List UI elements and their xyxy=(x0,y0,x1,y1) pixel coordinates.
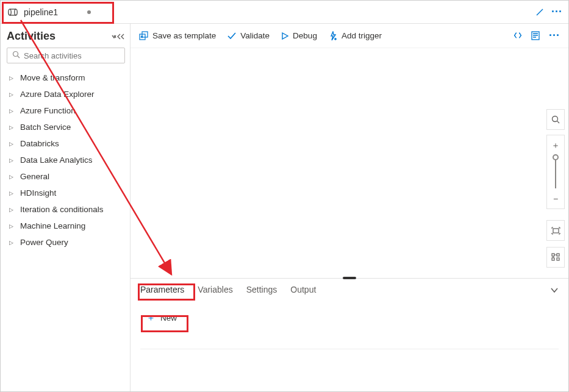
save-template-button[interactable]: Save as template xyxy=(139,31,216,41)
layout-icon[interactable] xyxy=(546,247,565,268)
activity-category[interactable]: ▷General xyxy=(7,168,125,185)
chevron-right-icon: ▷ xyxy=(9,124,15,130)
toolbar-more-icon[interactable]: ··· xyxy=(549,29,560,42)
zoom-in-button[interactable]: ＋ xyxy=(546,135,565,155)
activity-label: Move & transform xyxy=(20,73,85,82)
add-trigger-button[interactable]: Add trigger xyxy=(328,31,382,41)
zoom-out-button[interactable]: − xyxy=(546,188,565,209)
fit-to-screen-icon[interactable] xyxy=(546,220,565,241)
pipeline-icon xyxy=(8,8,19,16)
chevron-right-icon: ▷ xyxy=(9,91,15,98)
tab-variables[interactable]: Variables xyxy=(198,285,232,294)
sidebar-title: Activities xyxy=(7,30,55,43)
activity-label: Azure Function xyxy=(20,106,76,115)
chevron-right-icon: ▷ xyxy=(9,157,15,163)
design-canvas[interactable]: ＋ − xyxy=(131,48,568,278)
debug-button[interactable]: Debug xyxy=(281,31,317,40)
activity-category[interactable]: ▷Azure Data Explorer xyxy=(7,86,125,102)
new-parameter-button[interactable]: ＋ New xyxy=(140,309,185,327)
activities-sidebar: Activities ▷Move & transform▷Azure Data … xyxy=(1,24,131,391)
activity-category[interactable]: ▷Data Lake Analytics xyxy=(7,152,125,168)
properties-icon[interactable] xyxy=(531,31,540,41)
activity-label: General xyxy=(20,172,49,181)
divider xyxy=(140,349,559,349)
chevron-right-icon: ▷ xyxy=(9,190,15,196)
chevron-right-icon: ▷ xyxy=(9,108,15,114)
activity-label: Iteration & conditionals xyxy=(20,205,104,214)
search-icon xyxy=(12,51,20,60)
zoom-slider[interactable] xyxy=(555,155,556,188)
tab-settings[interactable]: Settings xyxy=(246,285,277,294)
svg-rect-7 xyxy=(553,229,559,233)
collapse-panel-icon[interactable] xyxy=(550,286,559,295)
zoom-rail: ＋ − xyxy=(546,109,565,268)
unsaved-dot-icon xyxy=(87,10,91,14)
activity-label: HDInsight xyxy=(20,188,56,198)
canvas-toolbar: Save as template Validate Debug Add xyxy=(131,24,568,48)
properties-panel: ParametersVariablesSettingsOutput ＋ New xyxy=(131,278,568,391)
activity-label: Power Query xyxy=(20,238,68,247)
activity-label: Machine Learning xyxy=(20,221,85,230)
activity-category[interactable]: ▷HDInsight xyxy=(7,185,125,201)
search-field[interactable] xyxy=(24,51,126,60)
zoom-knob-icon[interactable] xyxy=(553,154,559,160)
activity-category[interactable]: ▷Databricks xyxy=(7,135,125,152)
chevron-right-icon: ▷ xyxy=(9,240,15,246)
svg-point-2 xyxy=(13,52,18,57)
svg-point-6 xyxy=(553,116,558,122)
search-input[interactable] xyxy=(7,48,125,63)
validate-button[interactable]: Validate xyxy=(227,31,270,41)
svg-point-1 xyxy=(15,9,17,15)
activity-category[interactable]: ▷Power Query xyxy=(7,234,125,251)
activity-category[interactable]: ▷Iteration & conditionals xyxy=(7,201,125,218)
activity-label: Azure Data Explorer xyxy=(20,90,95,99)
activity-category[interactable]: ▷Batch Service xyxy=(7,119,125,135)
chevron-right-icon: ▷ xyxy=(9,223,15,229)
activity-category[interactable]: ▷Move & transform xyxy=(7,69,125,86)
svg-point-0 xyxy=(9,9,11,15)
chevron-right-icon: ▷ xyxy=(9,75,15,81)
more-menu-icon[interactable]: ··· xyxy=(551,5,562,18)
tab-output[interactable]: Output xyxy=(290,285,316,294)
expand-icon[interactable] xyxy=(535,8,544,16)
svg-rect-10 xyxy=(552,258,554,260)
zoom-search-icon[interactable] xyxy=(546,109,565,130)
svg-rect-11 xyxy=(557,258,559,260)
svg-rect-9 xyxy=(557,254,559,256)
page-title: pipeline1 xyxy=(24,7,58,17)
activity-label: Batch Service xyxy=(20,123,71,132)
plus-icon: ＋ xyxy=(146,312,156,324)
chevron-right-icon: ▷ xyxy=(9,174,15,180)
activity-label: Data Lake Analytics xyxy=(20,155,93,165)
chevron-right-icon: ▷ xyxy=(9,141,15,147)
collapse-sidebar-icon[interactable] xyxy=(112,33,125,40)
tab-parameters[interactable]: Parameters xyxy=(140,285,184,294)
activity-category[interactable]: ▷Azure Function xyxy=(7,102,125,119)
activity-category[interactable]: ▷Machine Learning xyxy=(7,218,125,234)
code-view-icon[interactable] xyxy=(513,31,523,41)
activity-label: Databricks xyxy=(20,139,59,148)
svg-rect-8 xyxy=(552,254,554,256)
chevron-right-icon: ▷ xyxy=(9,207,15,213)
